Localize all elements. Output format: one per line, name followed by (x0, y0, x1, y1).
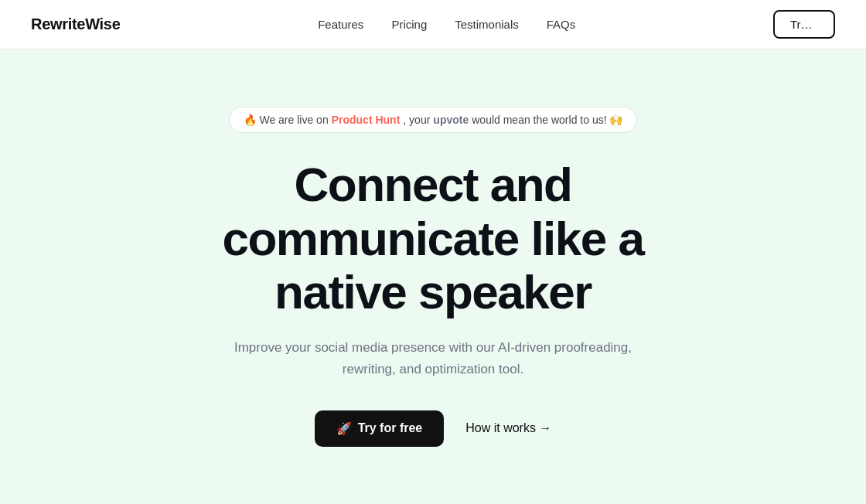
nav-pricing[interactable]: Pricing (391, 18, 427, 31)
navbar-cta-button[interactable]: Try fo (773, 10, 835, 39)
rocket-icon: 🚀 (336, 421, 352, 436)
nav-links: Features Pricing Testimonials FAQs (318, 18, 575, 32)
nav-testimonials[interactable]: Testimonials (455, 18, 519, 31)
try-for-free-label: Try for free (358, 421, 423, 435)
badge-upvote: upvote (433, 114, 469, 126)
logo: RewriteWise (31, 15, 120, 33)
hero-section: 🔥 We are live on Product Hunt , your upv… (0, 49, 866, 504)
try-for-free-button[interactable]: 🚀 Try for free (315, 410, 445, 447)
badge-middle: , your (403, 114, 430, 126)
hero-title-line2: communicate like a (222, 212, 643, 265)
hero-title-line3: native speaker (274, 265, 592, 318)
hero-buttons: 🚀 Try for free How it works → (315, 410, 552, 447)
how-it-works-button[interactable]: How it works → (465, 421, 551, 435)
hero-title-line1: Connect and (295, 158, 572, 211)
nav-faqs[interactable]: FAQs (547, 18, 576, 31)
hero-subtitle: Improve your social media presence with … (216, 337, 650, 379)
hero-title: Connect and communicate like a native sp… (222, 158, 643, 318)
navbar: RewriteWise Features Pricing Testimonial… (0, 0, 866, 49)
badge-suffix: would mean the world to us! 🙌 (472, 114, 622, 126)
product-hunt-badge: 🔥 We are live on Product Hunt , your upv… (229, 107, 638, 133)
nav-features[interactable]: Features (318, 18, 363, 31)
badge-prefix: 🔥 We are live on (244, 114, 329, 126)
badge-brand: Product Hunt (332, 114, 401, 126)
